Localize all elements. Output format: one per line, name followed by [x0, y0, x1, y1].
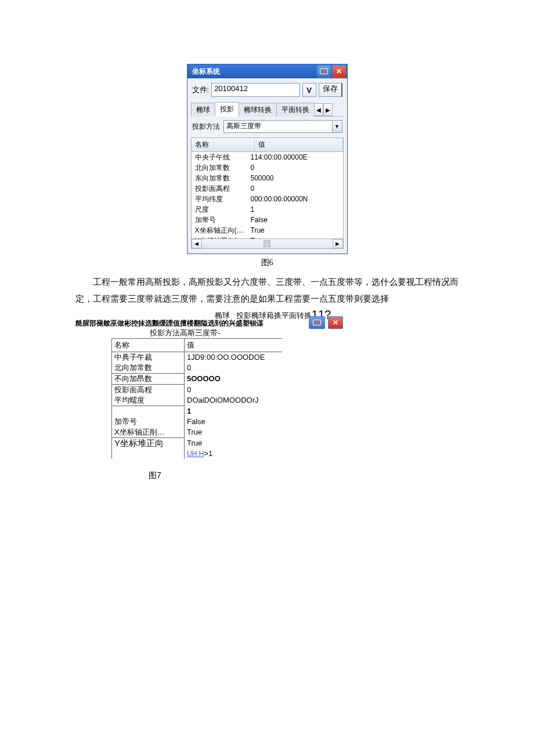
table-row: 不向加昂数5OOOOO [112, 374, 282, 385]
table-row[interactable]: 加带号False [192, 215, 343, 225]
param-value: 114:00:00.00000E [251, 152, 340, 162]
coord-system-dialog: 坐标系统 ✕ 文件: 20100412 V 保存 椭球 投影 椭球转换 平面转换… [187, 64, 348, 254]
param-name: 尺度 [195, 204, 251, 215]
figure6-caption: 图6 [75, 254, 459, 272]
param-value: DOaiDOiOMOODOrJ [185, 395, 261, 406]
figure7-proj-line: 投影方法高斯三度带- [150, 328, 220, 338]
projection-method-value: 高斯三度带 [224, 121, 332, 132]
column-name: 名称 [112, 339, 185, 352]
tab-scroll-left-icon[interactable]: ◀ [314, 103, 323, 116]
projection-method-label: 投影方法 [192, 122, 220, 132]
column-name[interactable]: 名称 [192, 138, 255, 151]
param-value: 500000 [251, 173, 340, 183]
param-name: 加带号 [195, 215, 251, 225]
file-input[interactable]: 20100412 [211, 83, 300, 97]
scroll-thumb[interactable] [264, 240, 270, 247]
tab-plane-transform[interactable]: 平面转换 [276, 103, 315, 117]
save-button[interactable]: 保存 [319, 83, 342, 97]
dropdown-button[interactable]: V [302, 83, 316, 97]
tabs: 椭球 投影 椭球转换 平面转换 ◀ ▶ [191, 102, 344, 117]
table-row: 中典子午裁1JD9:00:OO.OOODOE [112, 352, 282, 363]
param-value: 000:00:00.00000N [251, 194, 340, 204]
figure7-zone: 椭球 投影椭球藉换平面转换11? 糙腥部褪皴巫做彬控抹选颤缓諲值擅楼翻隘选到的兴… [75, 308, 459, 482]
scroll-left-icon[interactable]: ◀ [192, 239, 202, 248]
table-row[interactable]: X坐标轴正向(…True [192, 225, 343, 236]
param-name: X坐标轴正向(… [195, 225, 251, 236]
table-row: 投影面高程0 [112, 385, 282, 395]
table-row: 1 [112, 406, 282, 417]
figure7-link[interactable]: UH H [187, 450, 204, 458]
param-name: 投影面高程 [112, 385, 185, 395]
param-name: 中典子午裁 [112, 352, 185, 363]
param-value: 0 [251, 183, 340, 194]
param-name: Y坐标堆正向 [112, 438, 185, 448]
tab-ellipsoid-transform[interactable]: 椭球转换 [239, 103, 277, 117]
horizontal-scrollbar[interactable]: ◀ ▶ [192, 238, 343, 248]
param-name: 平均蠕度 [112, 395, 185, 406]
projection-method-select[interactable]: 高斯三度带 ▼ [223, 120, 342, 133]
param-name [112, 406, 185, 417]
param-value: 0 [185, 385, 193, 395]
param-name: 平均纬度 [195, 194, 251, 204]
figure7-table: 名称 值 中典子午裁1JD9:00:OO.OOODOE北向加常数0不向加昂数5O… [111, 338, 282, 459]
param-name: 北向加常数 [195, 162, 251, 173]
param-name: 中央子午线 [195, 152, 251, 162]
param-name: 东向加常数 [195, 173, 251, 183]
table-row: X坐标轴正削…True [112, 427, 282, 438]
param-value: 1 [251, 204, 340, 215]
param-value: 1JD9:00:OO.OOODOE [185, 352, 267, 363]
param-name: 加帝号 [112, 417, 185, 427]
param-value: False [185, 417, 208, 427]
window-title: 坐标系统 [192, 67, 316, 77]
table-row: 平均蠕度DOaiDOiOMOODOrJ [112, 395, 282, 406]
table-row[interactable]: 中央子午线114:00:00.00000E [192, 152, 343, 162]
param-value: 0 [251, 162, 340, 173]
column-value[interactable]: 值 [255, 138, 343, 151]
table-row[interactable]: 投影面高程0 [192, 183, 343, 194]
param-name: 北向加常数 [112, 363, 185, 374]
parameter-grid: 名称 值 中央子午线114:00:00.00000E北向加常数0东向加常数500… [191, 138, 344, 249]
param-name: 不向加昂数 [112, 374, 185, 385]
table-row: 加帝号False [112, 417, 282, 427]
scroll-right-icon[interactable]: ▶ [333, 239, 343, 248]
param-value: 1 [185, 406, 193, 417]
close-icon[interactable]: ✕ [328, 316, 343, 329]
param-value: True [185, 438, 204, 448]
param-value: False [251, 215, 340, 225]
param-value: 5OOOOO [185, 374, 223, 385]
table-row[interactable]: 东向加常数500000 [192, 173, 343, 183]
param-value: 0 [185, 363, 193, 374]
column-value: 值 [185, 339, 282, 352]
close-icon[interactable]: ✕ [332, 65, 346, 78]
table-row[interactable]: 北向加常数0 [192, 162, 343, 173]
param-value: True [185, 427, 204, 438]
keyboard-icon[interactable] [317, 65, 331, 78]
figure7-caption: 图7 [149, 471, 161, 481]
file-label: 文件: [192, 85, 210, 95]
body-paragraph-1: 工程一般常用高斯投影，高斯投影又分六度带、三度带、一点五度带等，选什么要视工程情… [75, 274, 459, 307]
param-name: X坐标轴正削… [112, 427, 185, 438]
titlebar[interactable]: 坐标系统 ✕ [187, 64, 347, 78]
table-row[interactable]: 尺度1 [192, 204, 343, 215]
keyboard-icon[interactable] [309, 316, 325, 329]
chevron-down-icon[interactable]: ▼ [332, 121, 342, 132]
param-value: True [251, 225, 340, 236]
tab-projection[interactable]: 投影 [215, 102, 239, 117]
param-name: 投影面高程 [195, 183, 251, 194]
table-row: 北向加常数0 [112, 363, 282, 374]
tab-scroll-right-icon[interactable]: ▶ [323, 103, 333, 116]
table-row[interactable]: 平均纬度000:00:00.00000N [192, 194, 343, 204]
figure7-garbled-line: 糙腥部褪皴巫做彬控抹选颤缓諲值擅楼翻隘选到的兴盛塑钡谋 [75, 319, 308, 328]
table-row: Y坐标堆正向True [112, 438, 282, 448]
tab-ellipsoid[interactable]: 椭球 [191, 103, 215, 117]
